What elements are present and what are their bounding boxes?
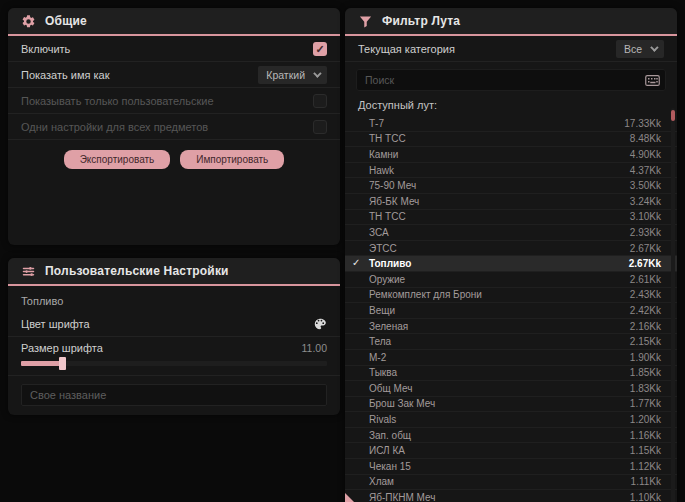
loot-list-item[interactable]: ✓ ЭТСС 2.67Kk [345,241,677,257]
font-size-value: 11.00 [302,342,328,354]
enable-checkbox[interactable]: ✓ [313,42,327,56]
slider-handle[interactable] [59,357,66,370]
loot-list-item[interactable]: ✓ Яб-ПКНМ Меч 1.10Kk [345,490,677,502]
loot-item-value: 3.10Kk [630,211,661,222]
show-name-label: Показать имя как [21,69,110,81]
sliders-icon [21,264,36,279]
loot-item-name: 75-90 Меч [369,180,416,191]
loot-item-value: 2.42Kk [630,305,661,316]
import-button[interactable]: Импортировать [180,150,284,169]
loot-list-item[interactable]: ✓ Чекан 15 1.12Kk [345,459,677,475]
loot-item-value: 1.83Kk [630,383,661,394]
category-label: Текущая категория [358,43,455,55]
loot-list-item[interactable]: ✓ Вещи 2.42Kk [345,303,677,319]
loot-list-item[interactable]: ✓ Брош Зак Меч 1.77Kk [345,397,677,413]
loot-list-item[interactable]: ✓ ТН ТСС 3.10Kk [345,210,677,226]
loot-item-name: Тела [369,336,391,347]
slider-track[interactable] [21,361,327,366]
show-name-dropdown[interactable]: Краткий [258,66,327,84]
font-color-label: Цвет шрифта [21,318,90,330]
loot-list-item[interactable]: ✓ Оружие 2.61Kk [345,272,677,288]
custom-name-input[interactable] [21,384,327,406]
loot-list-item[interactable]: ✓ Тыква 1.85Kk [345,366,677,382]
loot-item-value: 2.43Kk [630,289,661,300]
loot-list-item[interactable]: ✓ Хлам 1.11Kk [345,475,677,491]
category-dropdown[interactable]: Все [616,40,664,58]
search-input[interactable] [356,69,666,91]
loot-item-name: Т-7 [369,118,384,129]
loot-item-name: Зап. общ [369,430,411,441]
loot-list-item[interactable]: ✓ Общ Меч 1.83Kk [345,381,677,397]
loot-list-item[interactable]: ✓ ИСЛ КА 1.15Kk [345,443,677,459]
general-window-title: Общие [45,14,87,28]
loot-list-item[interactable]: ✓ 75-90 Меч 3.50Kk [345,178,677,194]
category-dropdown-value: Все [624,43,642,55]
loot-item-name: Вещи [369,305,395,316]
loot-list-item[interactable]: ✓ Камни 4.90Kk [345,147,677,163]
palette-icon[interactable] [313,317,327,331]
same-settings-checkbox[interactable] [313,120,327,134]
only-custom-label: Показывать только пользовательские [21,95,214,107]
loot-filter-titlebar[interactable]: Фильтр Лута [345,8,677,36]
loot-item-name: Ремкомплект для Брони [369,289,482,300]
only-custom-checkbox[interactable] [313,94,327,108]
loot-item-name: ЭТСС [369,243,397,254]
chevron-down-icon [313,69,321,77]
loot-item-name: Хлам [369,476,394,487]
selected-check-icon: ✓ [352,257,360,268]
font-size-label: Размер шрифта [21,342,103,354]
loot-item-value: 3.24Kk [630,196,661,207]
loot-filter-window-title: Фильтр Лута [382,14,460,28]
loot-item-name: ТН ТСС [369,211,406,222]
loot-item-value: 1.12Kk [630,461,661,472]
loot-list-item[interactable]: ✓ Топливо 2.67Kk [345,256,677,272]
loot-item-name: Камни [369,149,398,160]
loot-item-name: Топливо [369,258,411,269]
loot-item-name: ТН ТСС [369,133,406,144]
loot-list-item[interactable]: ✓ ТН ТСС 8.48Kk [345,132,677,148]
loot-list-item[interactable]: ✓ Зеленая 2.16Kk [345,319,677,335]
available-loot-label: Доступный лут: [345,96,677,116]
custom-settings-window: Пользовательские Настройки Топливо Цвет … [8,258,340,415]
loot-list-item[interactable]: ✓ Тела 2.15Kk [345,334,677,350]
loot-item-name: Яб-БК Меч [369,196,419,207]
general-titlebar[interactable]: Общие [8,8,340,36]
loot-list-item[interactable]: ✓ Зап. общ 1.16Kk [345,428,677,444]
loot-item-value: 1.11Kk [631,476,661,487]
loot-list-item[interactable]: ✓ Т-7 17.33Kk [345,116,677,132]
keyboard-icon[interactable] [645,73,660,86]
font-size-slider[interactable] [8,359,340,376]
enable-label: Включить [21,43,70,55]
loot-filter-window: Фильтр Лута Текущая категория Все Доступ… [345,8,677,502]
loot-item-value: 1.90Kk [630,352,661,363]
loot-item-value: 2.16Kk [630,321,661,332]
loot-item-name: ИСЛ КА [369,445,405,456]
chevron-down-icon [650,43,658,51]
custom-settings-titlebar[interactable]: Пользовательские Настройки [8,258,340,286]
gear-icon [21,14,36,29]
loot-list-scrollbar[interactable] [671,108,675,502]
loot-item-value: 1.16Kk [630,430,661,441]
custom-settings-window-title: Пользовательские Настройки [45,264,229,278]
loot-list-item[interactable]: ✓ Rivals 1.20Kk [345,412,677,428]
general-settings-window: Общие Включить ✓ Показать имя как Кратки… [8,8,340,245]
export-button[interactable]: Экспортировать [64,150,171,169]
selected-item-name: Топливо [8,286,340,311]
loot-item-name: М-2 [369,352,386,363]
loot-item-name: Оружие [369,274,405,285]
loot-item-value: 17.33Kk [624,118,661,129]
resize-grip[interactable] [345,493,358,502]
loot-list-item[interactable]: ✓ Яб-БК Меч 3.24Kk [345,194,677,210]
loot-item-value: 2.67Kk [629,258,661,269]
scrollbar-thumb[interactable] [671,110,675,121]
loot-list-item[interactable]: ✓ Ремкомплект для Брони 2.43Kk [345,288,677,304]
loot-item-name: Чекан 15 [369,461,411,472]
loot-item-name: Тыква [369,367,397,378]
loot-item-value: 3.50Kk [630,180,661,191]
loot-item-value: 4.37Kk [630,165,661,176]
loot-list-item[interactable]: ✓ ЗСА 2.93Kk [345,225,677,241]
funnel-icon [358,14,373,29]
loot-list-item[interactable]: ✓ Hawk 4.37Kk [345,163,677,179]
loot-list: ✓ Т-7 17.33Kk ✓ ТН ТСС 8.48Kk ✓ Камни 4.… [345,116,677,502]
loot-list-item[interactable]: ✓ М-2 1.90Kk [345,350,677,366]
